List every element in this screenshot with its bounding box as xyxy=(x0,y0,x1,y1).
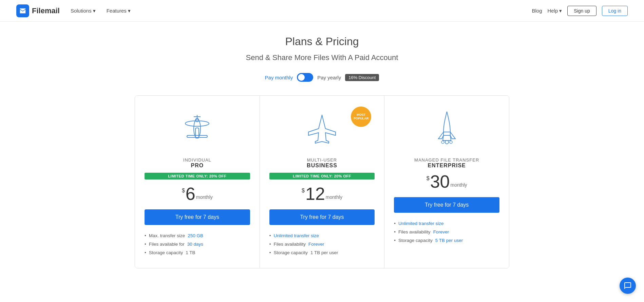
plan-name-1: BUSINESS xyxy=(269,163,375,169)
billing-toggle-switch[interactable] xyxy=(297,73,313,82)
feature-highlight-0-1: 30 days xyxy=(187,242,203,247)
feature-text-2-2: Storage capacity xyxy=(398,238,433,243)
feature-highlight-0-0: 250 GB xyxy=(188,233,203,238)
feature-item: Max. transfer size 250 GB xyxy=(145,233,250,238)
main-content: Plans & Pricing Send & Share More Files … xyxy=(118,22,526,289)
solutions-nav-link[interactable]: Solutions ▾ xyxy=(71,8,96,14)
feature-item: Files availability Forever xyxy=(269,242,375,247)
page-title: Plans & Pricing xyxy=(135,35,509,48)
features-nav-link[interactable]: Features ▾ xyxy=(107,8,131,14)
feature-item: Storage capacity 5 TB per user xyxy=(394,238,499,243)
price-amount-1: 12 xyxy=(305,185,325,203)
pricing-cards: INDIVIDUAL PRO LIMITED TIME ONLY: 20% OF… xyxy=(135,95,509,268)
feature-text-0-0: Max. transfer size xyxy=(149,233,185,238)
discount-badge: 16% Discount xyxy=(345,74,379,81)
feature-text-1-1: Files availability xyxy=(273,242,306,247)
plan-type-2: MANAGED FILE TRANSFER xyxy=(394,157,499,163)
price-dollar-2: $ xyxy=(427,175,430,182)
feature-highlight-2-0: Unlimited transfer size xyxy=(398,221,444,226)
chat-bubble[interactable] xyxy=(620,278,636,289)
feature-highlight-1-0: Unlimited transfer size xyxy=(273,233,319,238)
pricing-card-1: MOSTPOPULAR MULTI-USER BUSINESS LIMITED … xyxy=(260,96,385,268)
try-free-button-1[interactable]: Try free for 7 days xyxy=(269,209,375,225)
price-row-1: $ 12 monthly xyxy=(269,185,375,203)
plan-name-2: ENTERPRISE xyxy=(394,163,499,169)
feature-text-2-1: Files availability xyxy=(398,229,431,234)
limited-badge-0: LIMITED TIME ONLY: 20% OFF xyxy=(145,173,250,180)
signup-button[interactable]: Sign up xyxy=(567,6,596,16)
most-popular-badge: MOSTPOPULAR xyxy=(351,107,371,127)
feature-list-2: Unlimited transfer sizeFiles availabilit… xyxy=(394,221,499,243)
price-period-1: monthly xyxy=(326,194,342,200)
blog-nav-link[interactable]: Blog xyxy=(532,8,542,14)
filemail-icon xyxy=(19,7,26,15)
login-button[interactable]: Log in xyxy=(602,6,628,16)
feature-rest-1-2: 1 TB per user xyxy=(310,250,338,255)
feature-item: Storage capacity 1 TB xyxy=(145,250,250,255)
plan-image-2 xyxy=(394,107,499,151)
feature-text-0-1: Files available for xyxy=(149,242,185,247)
plan-name-0: PRO xyxy=(145,163,250,169)
svg-point-7 xyxy=(445,140,449,144)
feature-highlight-2-2: 5 TB per user xyxy=(435,238,463,243)
feature-item: Files available for 30 days xyxy=(145,242,250,247)
price-dollar-0: $ xyxy=(182,188,185,194)
feature-highlight-1-1: Forever xyxy=(308,242,324,247)
nav-left: Filemail Solutions ▾ Features ▾ xyxy=(16,4,131,17)
plan-type-1: MULTI-USER xyxy=(269,157,375,163)
billing-toggle: Pay monthly Pay yearly 16% Discount xyxy=(135,73,509,82)
feature-list-0: Max. transfer size 250 GBFiles available… xyxy=(145,233,250,255)
monthly-label: Pay monthly xyxy=(265,75,293,80)
chevron-down-icon: ▾ xyxy=(93,8,96,14)
limited-badge-1: LIMITED TIME ONLY: 20% OFF xyxy=(269,173,375,180)
price-row-0: $ 6 monthly xyxy=(145,185,250,203)
pricing-card-0: INDIVIDUAL PRO LIMITED TIME ONLY: 20% OF… xyxy=(135,96,260,268)
price-dollar-1: $ xyxy=(302,188,305,194)
navbar: Filemail Solutions ▾ Features ▾ Blog Hel… xyxy=(0,0,644,22)
price-period-0: monthly xyxy=(196,194,213,200)
logo-text: Filemail xyxy=(32,6,60,15)
svg-rect-2 xyxy=(195,128,199,138)
svg-point-9 xyxy=(450,141,452,144)
svg-rect-3 xyxy=(187,135,207,137)
page-subtitle: Send & Share More Files With A Paid Acco… xyxy=(135,53,509,62)
feature-item: Storage capacity 1 TB per user xyxy=(269,250,375,255)
plan-image-1: MOSTPOPULAR xyxy=(269,107,375,151)
feature-text-0-2: Storage capacity xyxy=(149,250,183,255)
feature-text-1-2: Storage capacity xyxy=(273,250,308,255)
logo-icon xyxy=(16,4,29,17)
nav-right: Blog Help ▾ Sign up Log in xyxy=(532,6,628,16)
chat-icon xyxy=(624,282,632,289)
feature-item: Unlimited transfer size xyxy=(269,233,375,238)
yearly-label: Pay yearly xyxy=(317,75,341,80)
pricing-card-2: MANAGED FILE TRANSFER ENTERPRISE $ 30 mo… xyxy=(384,96,509,268)
price-row-2: $ 30 monthly xyxy=(394,173,499,190)
logo-link[interactable]: Filemail xyxy=(16,4,60,17)
plan-image-0 xyxy=(145,107,250,151)
feature-item: Files availability Forever xyxy=(394,229,499,234)
svg-point-8 xyxy=(441,141,444,144)
plan-type-0: INDIVIDUAL xyxy=(145,157,250,163)
help-nav-link[interactable]: Help ▾ xyxy=(548,8,562,14)
price-amount-2: 30 xyxy=(430,173,450,190)
feature-list-1: Unlimited transfer sizeFiles availabilit… xyxy=(269,233,375,255)
price-period-2: monthly xyxy=(451,182,467,188)
toggle-knob xyxy=(298,74,305,81)
price-amount-0: 6 xyxy=(186,185,195,203)
feature-item: Unlimited transfer size xyxy=(394,221,499,226)
try-free-button-0[interactable]: Try free for 7 days xyxy=(145,209,250,225)
feature-highlight-2-1: Forever xyxy=(433,229,449,234)
try-free-button-2[interactable]: Try free for 7 days xyxy=(394,197,499,213)
chevron-down-icon: ▾ xyxy=(128,8,131,14)
chevron-down-icon: ▾ xyxy=(559,8,562,14)
feature-rest-0-2: 1 TB xyxy=(186,250,195,255)
